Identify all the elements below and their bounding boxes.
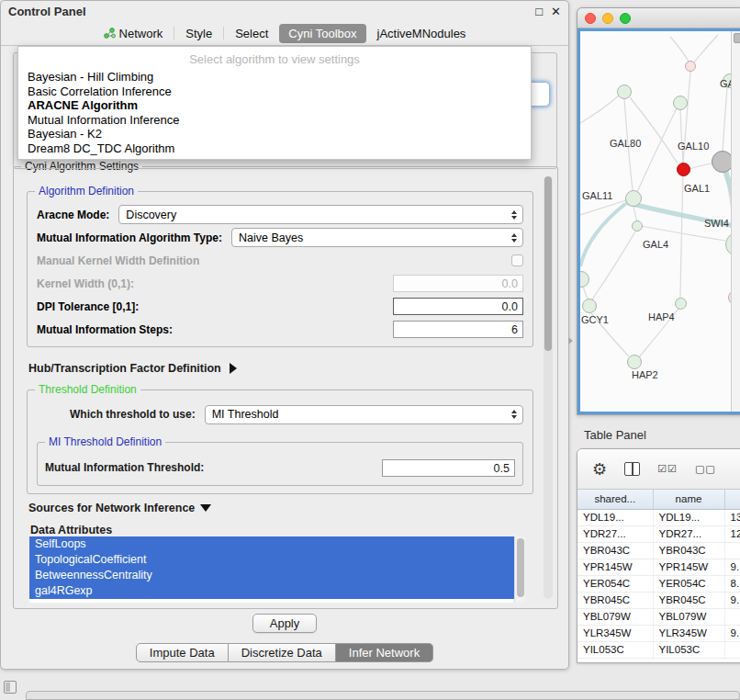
tab-jactivemnodules-label: jActiveMNodules: [377, 27, 466, 40]
table-panel-window: ⚙ ☑☑ ▢▢ shared... name YDL19...YDL19...1…: [577, 448, 740, 663]
mi-threshold-group: MI Threshold Definition Mutual Informati…: [37, 442, 523, 486]
table-row[interactable]: YIL053CYIL053C: [577, 641, 740, 658]
table-row[interactable]: YDR27...YDR27...12: [577, 525, 740, 542]
network-node[interactable]: [673, 96, 688, 110]
kernel-width-field[interactable]: 0.0: [393, 275, 523, 292]
network-node-selected[interactable]: [677, 163, 690, 176]
table-header-row: shared... name: [577, 490, 740, 509]
network-node[interactable]: [685, 61, 696, 72]
select-all-checks-icon[interactable]: ☑☑: [657, 463, 678, 475]
cyni-algorithm-settings-group: Cyni Algorithm Settings Algorithm Defini…: [13, 166, 558, 609]
tab-impute-data[interactable]: Impute Data: [136, 643, 229, 662]
column-header-name[interactable]: name: [653, 490, 724, 509]
tab-network[interactable]: Network: [95, 24, 173, 43]
tab-infer-network[interactable]: Infer Network: [336, 643, 433, 662]
restore-panel-icon[interactable]: [4, 681, 17, 694]
table-row[interactable]: YBR045CYBR045C9.: [577, 592, 740, 608]
node-label: GCY1: [581, 314, 609, 325]
table-row[interactable]: YDL19...YDL19...13: [577, 509, 740, 525]
settings-scrollbar-thumb[interactable]: [544, 176, 552, 351]
network-window-titlebar[interactable]: [577, 8, 740, 28]
aracne-mode-combo[interactable]: Discovery: [118, 205, 523, 224]
zoom-traffic-light-icon[interactable]: [620, 13, 631, 24]
hub-definition-label: Hub/Transcription Factor Definition: [28, 362, 221, 375]
gear-icon[interactable]: ⚙: [592, 461, 607, 478]
float-window-icon[interactable]: □: [535, 6, 543, 17]
expanded-arrow-icon[interactable]: [200, 504, 211, 512]
dpi-tolerance-field[interactable]: 0.0: [393, 298, 523, 315]
network-view-window: GAL80 GAL10 GAL11 GAL1 SWI4 GAL4 GCY1 HA…: [577, 7, 740, 415]
algorithm-dropdown-popup: Select algorithm to view settings Bayesi…: [17, 46, 532, 160]
settings-scrollbar[interactable]: [544, 176, 553, 599]
which-threshold-label: Which threshold to use:: [70, 408, 196, 421]
sources-section-header[interactable]: Sources for Network Inference: [28, 502, 211, 514]
hub-definition-section[interactable]: Hub/Transcription Factor Definition: [28, 362, 237, 375]
tab-style-label: Style: [185, 27, 212, 40]
mi-steps-field[interactable]: 6: [393, 321, 523, 338]
column-header-shared-name[interactable]: shared...: [577, 490, 653, 509]
network-node[interactable]: [625, 190, 642, 207]
attribute-list-scrollbar[interactable]: [514, 536, 525, 603]
tab-style[interactable]: Style: [176, 24, 221, 43]
tab-discretize-data[interactable]: Discretize Data: [229, 643, 336, 662]
apply-button[interactable]: Apply: [252, 614, 317, 633]
data-attributes-list: SelfLoops TopologicalCoefficient Between…: [29, 536, 525, 603]
algorithm-definition-group: Algorithm Definition Aracne Mode: Discov…: [27, 191, 533, 347]
collapsed-arrow-icon[interactable]: [230, 363, 237, 374]
collapsed-bottom-panel[interactable]: [26, 691, 740, 700]
algorithm-option[interactable]: Dream8 DC_TDC Algorithm: [18, 141, 531, 156]
network-node[interactable]: [675, 298, 687, 310]
algorithm-option[interactable]: Basic Correlation Inference: [18, 85, 531, 99]
column-header-cut[interactable]: [724, 490, 740, 509]
table-row[interactable]: YBL079WYBL079W: [577, 608, 740, 625]
clear-all-checks-icon[interactable]: ▢▢: [695, 463, 716, 475]
columns-icon[interactable]: [624, 462, 640, 476]
algorithm-option[interactable]: Bayesian - Hill Climbing: [18, 70, 531, 85]
attribute-item-selected[interactable]: SelfLoops: [29, 536, 514, 552]
close-traffic-light-icon[interactable]: [585, 13, 596, 24]
combo-stepper-icon: [506, 410, 522, 419]
mi-type-label: Mutual Information Algorithm Type:: [37, 231, 222, 244]
network-scrollbar[interactable]: [731, 31, 740, 412]
mi-type-value: Naive Bayes: [239, 231, 506, 244]
attribute-item-selected[interactable]: gal4RGexp: [29, 583, 514, 599]
manual-kernel-checkbox[interactable]: [511, 254, 523, 266]
combo-stepper-icon: [506, 233, 522, 243]
network-scrollbar-thumb[interactable]: [734, 33, 740, 43]
cyni-bottom-tabs: Impute Data Discretize Data Infer Networ…: [1, 643, 568, 662]
table-row[interactable]: YLR345WYLR345W9.: [577, 625, 740, 641]
table-row[interactable]: YER054CYER054C8.: [577, 575, 740, 592]
mi-type-combo[interactable]: Naive Bayes: [231, 228, 523, 247]
which-threshold-combo[interactable]: MI Threshold: [205, 405, 523, 424]
minimize-traffic-light-icon[interactable]: [602, 13, 613, 24]
control-panel-tab-bar: Network Style Select Cyni Toolbox jActiv…: [1, 21, 568, 46]
tab-separator: [174, 27, 174, 40]
table-row[interactable]: YBR043CYBR043C: [577, 542, 740, 559]
attribute-item-selected[interactable]: TopologicalCoefficient: [29, 552, 514, 568]
threshold-definition-group: Threshold Definition Which threshold to …: [27, 390, 533, 494]
tab-select[interactable]: Select: [226, 24, 277, 43]
dpi-tolerance-label: DPI Tolerance [0,1]:: [37, 300, 139, 313]
table-row[interactable]: YPR145WYPR145W9.: [577, 559, 740, 575]
algorithm-option[interactable]: Bayesian - K2: [18, 127, 531, 141]
data-attributes-label: Data Attributes: [30, 524, 112, 536]
mi-steps-label: Mutual Information Steps:: [37, 323, 173, 336]
algorithm-option[interactable]: Mutual Information Inference: [18, 113, 531, 128]
network-node[interactable]: [632, 220, 643, 231]
attribute-item-selected[interactable]: BetweennessCentrality: [29, 568, 514, 583]
close-icon[interactable]: ✕: [551, 6, 561, 17]
combo-stepper-icon: [506, 210, 522, 220]
attribute-list-scrollbar-thumb[interactable]: [517, 538, 524, 597]
algorithm-definition-title: Algorithm Definition: [35, 185, 138, 198]
network-node[interactable]: [627, 355, 642, 369]
network-node[interactable]: [582, 299, 597, 313]
splitter-collapse-icon[interactable]: [568, 337, 573, 344]
mi-threshold-field[interactable]: 0.5: [382, 459, 515, 477]
tab-cyni-toolbox[interactable]: Cyni Toolbox: [279, 24, 365, 43]
algorithm-option-selected[interactable]: ARACNE Algorithm: [18, 98, 531, 113]
network-node[interactable]: [617, 85, 632, 99]
threshold-definition-title: Threshold Definition: [35, 383, 140, 396]
node-label: GAL80: [610, 138, 641, 149]
tab-jactivemnodules[interactable]: jActiveMNodules: [368, 24, 476, 43]
network-canvas[interactable]: GAL80 GAL10 GAL11 GAL1 SWI4 GAL4 GCY1 HA…: [577, 28, 740, 414]
